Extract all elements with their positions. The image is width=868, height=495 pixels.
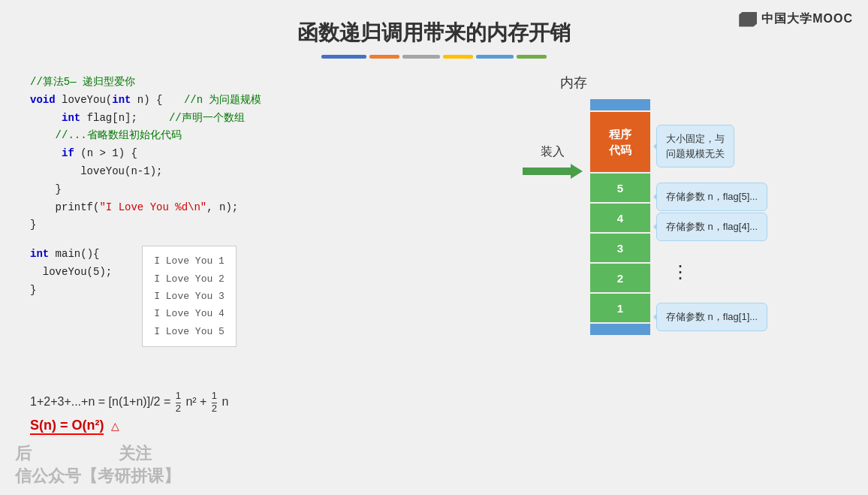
mem-block-5: 5 bbox=[590, 174, 650, 202]
code-block-function: //算法5— 递归型爱你 void loveYou(int n) { //n 为… bbox=[30, 74, 500, 234]
output-line-1: I Love You 1 bbox=[154, 252, 225, 270]
bubble-program: 大小固定，与问题规模无关 bbox=[656, 125, 734, 168]
bubble-4: 存储参数 n，flag[4]... bbox=[656, 213, 767, 241]
bubble-program-wrapper: 大小固定，与问题规模无关 bbox=[656, 110, 767, 182]
formula-arrow: △ bbox=[111, 420, 119, 432]
code-area: //算法5— 递归型爱你 void loveYou(int n) { //n 为… bbox=[30, 74, 500, 347]
mem-block-3: 3 bbox=[590, 234, 650, 262]
fraction-1: 1 2 bbox=[176, 391, 181, 414]
formula-sn: S(n) = O(n²) bbox=[30, 418, 104, 435]
output-line-5: I Love You 5 bbox=[154, 323, 225, 340]
main-line3: } bbox=[30, 282, 112, 300]
color-seg-5 bbox=[476, 55, 514, 59]
logo-text: 中国大学MOOC bbox=[761, 11, 853, 27]
code-comment1: //算法5— 递归型爱你 bbox=[30, 74, 500, 92]
memory-area: 内存 装入 程序 代码 bbox=[523, 74, 838, 347]
code-line6: } bbox=[30, 181, 500, 199]
watermark-line1: 后 关注 bbox=[15, 442, 180, 465]
color-seg-2 bbox=[369, 55, 399, 59]
color-seg-4 bbox=[443, 55, 473, 59]
mem-bottom-blue bbox=[590, 324, 650, 335]
code-line4: if (n > 1) { bbox=[30, 145, 500, 163]
mooc-logo-icon bbox=[739, 12, 757, 27]
bubble-container: 大小固定，与问题规模无关 存储参数 n，flag[5]... 存储参数 n，fl… bbox=[656, 110, 767, 335]
fraction-2: 1 2 bbox=[212, 391, 217, 414]
content-area: //算法5— 递归型爱你 void loveYou(int n) { //n 为… bbox=[30, 74, 838, 347]
mem-program-block: 程序 代码 bbox=[590, 112, 650, 172]
code-line8: } bbox=[30, 216, 500, 234]
bubble-1-wrapper: 存储参数 n，flag[1]... bbox=[656, 302, 767, 332]
arrow-right-icon bbox=[523, 164, 583, 179]
formula-line1: 1+2+3+...+n = [n(1+n)]/2 = 1 2 n² + 1 2 … bbox=[30, 391, 228, 414]
code-block-main: int main(){ loveYou(5); } bbox=[30, 246, 112, 299]
bubble-dots: ⋮ bbox=[656, 242, 767, 302]
bubble-5: 存储参数 n，flag[5]... bbox=[656, 183, 767, 211]
formula-line2: S(n) = O(n²) △ bbox=[30, 418, 228, 435]
color-seg-3 bbox=[402, 55, 440, 59]
mem-block-1: 1 bbox=[590, 294, 650, 322]
formula-text: 1+2+3+...+n = [n(1+n)]/2 = bbox=[30, 395, 174, 408]
mem-block-2: 2 bbox=[590, 264, 650, 292]
output-box: I Love You 1 I Love You 2 I Love You 3 I… bbox=[142, 246, 237, 347]
dots-icon: ⋮ bbox=[671, 261, 689, 282]
loading-text: 装入 bbox=[541, 144, 565, 160]
code-line7: printf("I Love You %d\n", n); bbox=[30, 199, 500, 217]
code-line3: //...省略数组初始化代码 bbox=[30, 127, 500, 145]
code-line1: void loveYou(int n) { //n 为问题规模 bbox=[30, 92, 500, 110]
bubble-5-wrapper: 存储参数 n，flag[5]... bbox=[656, 182, 767, 212]
memory-blocks: 程序 代码 5 4 3 2 1 bbox=[590, 99, 650, 335]
code-line2: int flag[n]; //声明一个数组 bbox=[30, 110, 500, 128]
mem-block-4: 4 bbox=[590, 204, 650, 232]
mem-top-blue bbox=[590, 99, 650, 110]
output-line-2: I Love You 2 bbox=[154, 270, 225, 288]
memory-label: 内存 bbox=[560, 74, 838, 92]
color-bar bbox=[30, 55, 838, 59]
code-line5: loveYou(n-1); bbox=[30, 163, 500, 181]
watermark-line2: 信公众号【考研拼课】 bbox=[15, 465, 180, 487]
bubble-4-wrapper: 存储参数 n，flag[4]... bbox=[656, 212, 767, 242]
bottom-watermark: 后 关注 信公众号【考研拼课】 bbox=[15, 442, 180, 487]
formula-end: n bbox=[222, 395, 229, 408]
logo: 中国大学MOOC bbox=[739, 11, 853, 27]
formula-mid: n² + bbox=[185, 395, 209, 408]
color-seg-6 bbox=[517, 55, 547, 59]
output-line-3: I Love You 3 bbox=[154, 288, 225, 305]
main-line1: int main(){ bbox=[30, 246, 112, 264]
color-seg-1 bbox=[321, 55, 366, 59]
output-line-4: I Love You 4 bbox=[154, 305, 225, 322]
bubble-1: 存储参数 n，flag[1]... bbox=[656, 303, 767, 331]
main-container: 中国大学MOOC 函数递归调用带来的内存开销 //算法5— 递归型爱你 void… bbox=[0, 0, 868, 495]
main-line2: loveYou(5); bbox=[30, 264, 112, 282]
page-title: 函数递归调用带来的内存开销 bbox=[30, 19, 838, 47]
memory-blocks-container: 程序 代码 5 4 3 2 1 bbox=[590, 99, 767, 335]
math-area: 1+2+3+...+n = [n(1+n)]/2 = 1 2 n² + 1 2 … bbox=[30, 391, 228, 435]
main-block: int main(){ loveYou(5); } I Love You 1 I… bbox=[30, 246, 500, 347]
loading-area: 装入 bbox=[523, 144, 583, 179]
